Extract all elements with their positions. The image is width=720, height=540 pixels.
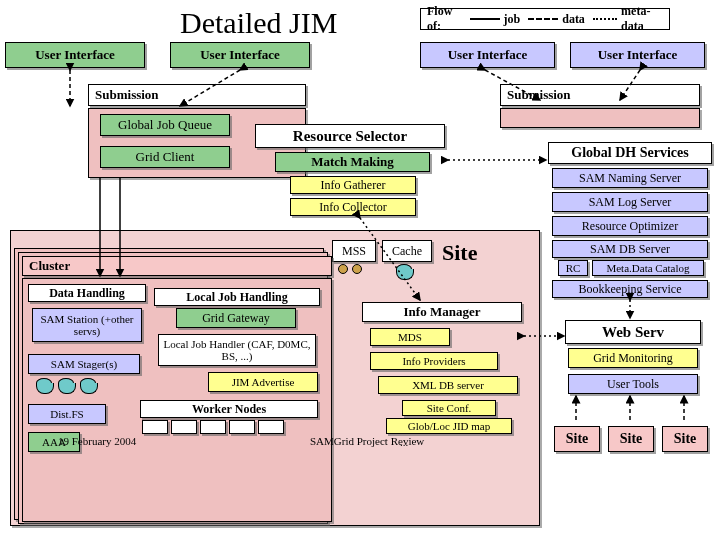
grid-monitoring: Grid Monitoring: [568, 348, 698, 368]
page-title: Detailed JIM: [180, 6, 337, 40]
resource-selector: Resource Selector: [255, 124, 445, 148]
grid-client: Grid Client: [100, 146, 230, 168]
data-handling: Data Handling: [28, 284, 146, 302]
cluster: Cluster: [22, 256, 332, 276]
site-1: Site: [554, 426, 600, 452]
legend-meta: meta-data: [621, 4, 663, 34]
line-solid-icon: [470, 18, 500, 20]
site-3: Site: [662, 426, 708, 452]
line-dot-icon: [593, 18, 617, 20]
line-dash-icon: [528, 18, 558, 20]
glob-loc: Glob/Loc JID map: [386, 418, 512, 434]
worker-row: [142, 420, 284, 434]
submission-left: Submission: [88, 84, 306, 106]
legend-label: Flow of:: [427, 4, 462, 34]
user-interface-3: User Interface: [420, 42, 555, 68]
tape-icon: [352, 264, 362, 274]
sam-stager: SAM Stager(s): [28, 354, 140, 374]
sam-log: SAM Log Server: [552, 192, 708, 212]
bookkeeping: Bookkeeping Service: [552, 280, 708, 298]
sam-station: SAM Station (+other servs): [32, 308, 142, 342]
grid-gateway: Grid Gateway: [176, 308, 296, 328]
match-making: Match Making: [275, 152, 430, 172]
legend-data: data: [562, 12, 585, 27]
sam-naming: SAM Naming Server: [552, 168, 708, 188]
footer-review: SAMGrid Project Review: [310, 435, 424, 447]
sam-db: SAM DB Server: [552, 240, 708, 258]
user-interface-1: User Interface: [5, 42, 145, 68]
tape-icon: [338, 264, 348, 274]
disk-icon: [80, 378, 96, 388]
site-label: Site: [442, 240, 477, 266]
submission-right: Submission: [500, 84, 700, 106]
dist-fs: Dist.FS: [28, 404, 106, 424]
cache: Cache: [382, 240, 432, 262]
info-collector: Info Collector: [290, 198, 416, 216]
jim-advertise: JIM Advertise: [208, 372, 318, 392]
disk-icon: [36, 378, 52, 388]
mss: MSS: [332, 240, 376, 262]
global-dh: Global DH Services: [548, 142, 712, 164]
disk-icon: [396, 264, 412, 274]
user-tools: User Tools: [568, 374, 698, 394]
worker-nodes: Worker Nodes: [140, 400, 318, 418]
legend: Flow of: job data meta-data: [420, 8, 670, 30]
global-job-queue: Global Job Queue: [100, 114, 230, 136]
site-conf: Site Conf.: [402, 400, 496, 416]
user-interface-2: User Interface: [170, 42, 310, 68]
local-job-handler: Local Job Handler (CAF, D0MC, BS, ...): [158, 334, 316, 366]
info-manager: Info Manager: [362, 302, 522, 322]
legend-job: job: [504, 12, 521, 27]
xml-db: XML DB server: [378, 376, 518, 394]
rc: RC: [558, 260, 588, 276]
web-serv: Web Serv: [565, 320, 701, 344]
meta-catalog: Meta.Data Catalog: [592, 260, 704, 276]
local-job-handling: Local Job Handling: [154, 288, 320, 306]
site-2: Site: [608, 426, 654, 452]
mds: MDS: [370, 328, 450, 346]
info-gatherer: Info Gatherer: [290, 176, 416, 194]
resource-opt: Resource Optimizer: [552, 216, 708, 236]
user-interface-4: User Interface: [570, 42, 705, 68]
info-providers: Info Providers: [370, 352, 498, 370]
footer-date: 19 February 2004: [58, 435, 136, 447]
disk-icon: [58, 378, 74, 388]
submission-right-panel: [500, 108, 700, 128]
